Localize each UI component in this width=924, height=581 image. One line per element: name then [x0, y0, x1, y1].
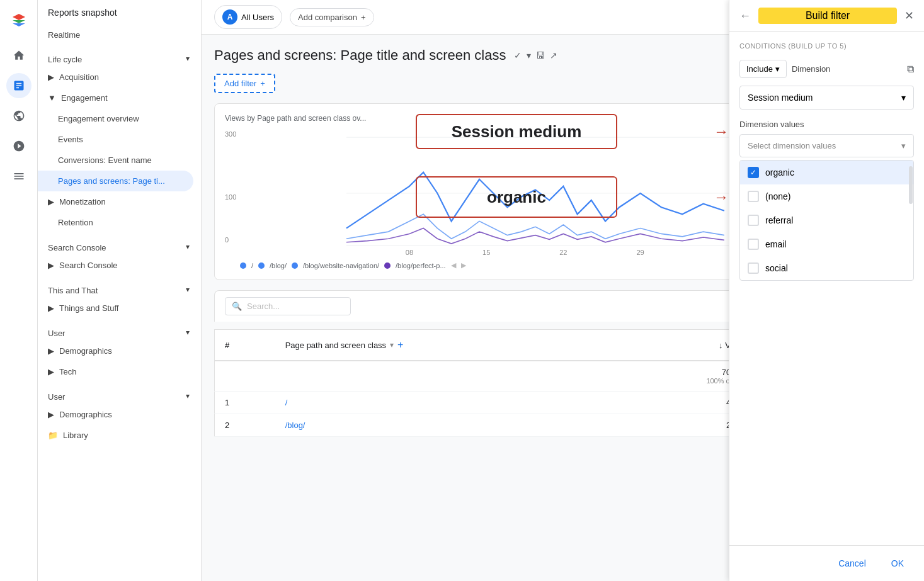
sidebar-item-pages-screens[interactable]: Pages and screens: Page ti... — [38, 171, 193, 191]
user1-caret: ▲ — [185, 330, 191, 337]
user2-caret: ▲ — [185, 393, 191, 400]
sidebar-item-conversions[interactable]: Conversions: Event name — [38, 150, 193, 171]
title-icons: ✓ ▾ 🖫 ↗ — [514, 50, 557, 60]
option-organic[interactable]: ✓ organic — [740, 161, 913, 184]
search-placeholder: Search... — [247, 302, 280, 311]
sidebar-item-events[interactable]: Events — [38, 129, 193, 150]
none-checkbox[interactable] — [748, 191, 759, 202]
sidebar-item-search-console[interactable]: ▶ Search Console — [38, 255, 193, 276]
page-title: Pages and screens: Page title and screen… — [214, 47, 506, 64]
sidebar-item-tech[interactable]: ▶ Tech — [38, 361, 193, 382]
svg-text:22: 22 — [559, 249, 567, 256]
acquisition-caret: ▶ — [48, 72, 54, 82]
row1-path[interactable]: / — [275, 392, 610, 414]
legend-dot-4 — [384, 262, 391, 269]
sidebar-section-lifecycle[interactable]: Life cycle ▲ — [38, 45, 201, 67]
col-filter-icon[interactable]: ▾ — [390, 341, 394, 349]
dimension-values-label: Dimension values — [739, 120, 914, 129]
engagement-caret: ▼ — [48, 93, 56, 103]
search-console-expand-caret: ▶ — [48, 261, 54, 270]
filter-panel-body: CONDITIONS (BUILD UP TO 5) Include ▾ Dim… — [729, 32, 924, 545]
legend-label-2: /blog/ — [270, 262, 287, 269]
conditions-label: CONDITIONS (BUILD UP TO 5) — [739, 42, 914, 50]
option-none[interactable]: (none) — [740, 184, 913, 208]
legend-dot-1 — [240, 262, 246, 269]
option-referral[interactable]: referral — [740, 208, 913, 232]
email-checkbox[interactable] — [748, 239, 759, 250]
reports-nav-icon[interactable] — [6, 73, 31, 98]
scroll-indicator — [909, 166, 913, 204]
filter-panel-title: Build filter — [758, 8, 897, 24]
sidebar-item-engagement-overview[interactable]: Engagement overview — [38, 108, 193, 129]
y-label-0: 0 — [225, 236, 229, 244]
explore-nav-icon[interactable] — [6, 103, 31, 128]
sidebar-section-this-and-that[interactable]: This and That ▲ — [38, 276, 201, 298]
sidebar-realtime[interactable]: Realtime — [38, 25, 201, 45]
sidebar-section-user-2[interactable]: User ▲ — [38, 382, 201, 404]
filter-panel-footer: Cancel OK — [729, 545, 924, 581]
legend-label-1: / — [251, 262, 253, 269]
y-label-100: 100 — [225, 193, 236, 201]
row2-path[interactable]: /blog/ — [275, 414, 610, 437]
sidebar-item-things-and-stuff[interactable]: ▶ Things and Stuff — [38, 298, 193, 319]
sidebar-item-retention[interactable]: Retention — [38, 212, 193, 233]
svg-text:Jan: Jan — [404, 256, 415, 256]
sidebar-item-demographics-2[interactable]: ▶ Demographics — [38, 404, 193, 425]
share-icon[interactable]: ↗ — [550, 50, 557, 60]
svg-text:15: 15 — [482, 249, 490, 256]
include-button[interactable]: Include ▾ — [739, 60, 787, 78]
advertising-nav-icon[interactable] — [6, 133, 31, 159]
option-none-label: (none) — [765, 191, 790, 201]
referral-checkbox[interactable] — [748, 215, 759, 226]
search-icon: 🔍 — [232, 302, 242, 311]
filter-back-button[interactable]: ← — [739, 9, 751, 23]
legend-dot-3 — [292, 262, 298, 269]
sidebar-section-user-1[interactable]: User ▲ — [38, 319, 201, 341]
col-page-path[interactable]: Page path and screen class ▾ + — [275, 330, 610, 361]
session-medium-select[interactable]: Session medium ▾ — [739, 86, 914, 110]
all-users-pill[interactable]: A All Users — [214, 5, 282, 29]
demographics1-caret: ▶ — [48, 346, 54, 356]
demographics2-caret: ▶ — [48, 410, 54, 419]
include-chevron-icon: ▾ — [775, 64, 780, 74]
home-nav-icon[interactable] — [6, 43, 31, 68]
sidebar-item-acquisition[interactable]: ▶ Acquisition — [38, 67, 193, 87]
things-stuff-caret: ▶ — [48, 303, 54, 313]
sidebar-section-search-console[interactable]: Search Console ▲ — [38, 233, 201, 255]
legend-scroll-left[interactable]: ◀ — [451, 261, 456, 269]
dimension-values-select[interactable]: Select dimension values ▾ — [739, 134, 914, 157]
checkmark-icon[interactable]: ✓ — [514, 50, 522, 60]
option-social[interactable]: social — [740, 256, 913, 280]
legend-scroll-right[interactable]: ▶ — [461, 261, 466, 269]
sidebar-item-engagement[interactable]: ▼ Engagement — [38, 87, 193, 108]
table-search-box[interactable]: 🔍 Search... — [225, 297, 351, 315]
sidebar-reports-snapshot[interactable]: Reports snapshot — [38, 0, 201, 25]
option-email[interactable]: email — [740, 232, 913, 256]
sidebar-item-demographics-1[interactable]: ▶ Demographics — [38, 341, 193, 361]
cancel-button[interactable]: Cancel — [828, 553, 876, 573]
filter-close-button[interactable]: ✕ — [904, 9, 914, 23]
add-filter-button[interactable]: Add filter + — [214, 74, 275, 93]
admin-nav-icon[interactable] — [6, 164, 31, 189]
title-chevron-icon[interactable]: ▾ — [527, 50, 531, 60]
ok-button[interactable]: OK — [881, 553, 914, 573]
sidebar: Reports snapshot Realtime Life cycle ▲ ▶… — [38, 0, 202, 581]
filter-panel-header: ← Build filter ✕ — [729, 0, 924, 32]
icon-bar — [0, 0, 38, 581]
add-comparison-button[interactable]: Add comparison + — [290, 8, 374, 26]
option-referral-label: referral — [765, 215, 793, 225]
legend-label-3: /blog/website-navigation/ — [303, 262, 379, 269]
dropdown-container: ✓ organic (none) referral email so — [739, 160, 914, 281]
social-checkbox[interactable] — [748, 262, 759, 274]
save-icon[interactable]: 🖫 — [536, 50, 545, 60]
app-logo[interactable] — [6, 8, 31, 33]
copy-button[interactable]: ⧉ — [907, 64, 914, 75]
tech-caret: ▶ — [48, 367, 54, 376]
col-add-button[interactable]: + — [397, 339, 403, 351]
sort-down-icon: ↓ — [719, 341, 723, 350]
total-views-pct: 100% of total — [620, 377, 747, 385]
total-views: 70,724 — [620, 368, 747, 377]
organic-checkbox[interactable]: ✓ — [748, 167, 759, 178]
sidebar-item-monetization[interactable]: ▶ Monetization — [38, 191, 193, 212]
sidebar-library[interactable]: 📁 Library — [38, 425, 201, 446]
